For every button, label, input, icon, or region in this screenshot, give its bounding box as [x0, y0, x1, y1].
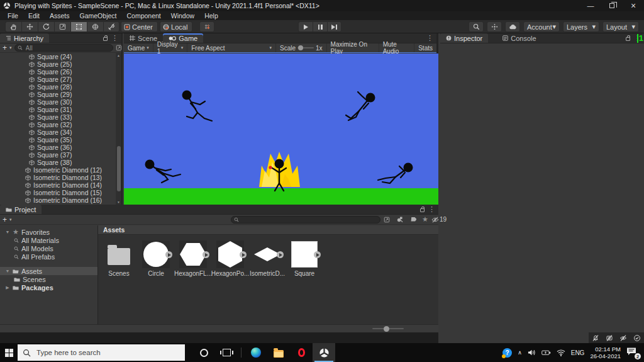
asset-tile-hexagon-flat[interactable]: HexagonFL... [179, 240, 208, 277]
hierarchy-search-input[interactable] [25, 44, 110, 52]
account-dropdown[interactable]: Account▾ [523, 21, 560, 32]
hierarchy-item[interactable]: Square (37) [0, 151, 116, 159]
aspect-ratio-dropdown[interactable]: Free Aspect▾ [187, 43, 276, 52]
expand-arrow-icon[interactable] [165, 251, 172, 258]
hierarchy-item[interactable]: Square (29) [0, 91, 116, 98]
expand-arrow-icon[interactable] [314, 251, 321, 258]
scroll-down-icon[interactable]: ▼ [116, 200, 121, 205]
menu-help[interactable]: Help [199, 11, 223, 20]
tray-expand-icon[interactable]: ∧ [518, 349, 522, 356]
restore-button[interactable] [601, 0, 623, 11]
tab-hierarchy[interactable]: Hierarchy [0, 33, 49, 43]
hierarchy-item[interactable]: Square (35) [0, 136, 116, 144]
hierarchy-scrollbar[interactable]: ▲ ▼ [116, 53, 121, 205]
taskbar-search[interactable] [18, 344, 185, 361]
asset-tile-scenes[interactable]: Scenes [104, 240, 133, 277]
space-toggle-button[interactable]: Local [160, 21, 192, 32]
step-button[interactable] [327, 21, 341, 32]
project-search[interactable] [231, 216, 380, 223]
game-display-mode-dropdown[interactable]: Game▾ [124, 43, 153, 52]
notification-center-button[interactable]: 2 [626, 347, 639, 358]
tree-assets[interactable]: ▼Assets [0, 267, 97, 275]
unity-taskbar-button[interactable] [313, 343, 335, 362]
taskbar-search-input[interactable] [35, 348, 180, 357]
hierarchy-item[interactable]: Square (38) [0, 159, 116, 166]
edge-button[interactable] [245, 343, 267, 362]
display-target-dropdown[interactable]: Display 1▾ [153, 43, 187, 52]
taskbar-clock[interactable]: 02:14 PM 26-04-2021 [590, 346, 621, 359]
battery-icon[interactable] [541, 349, 551, 356]
asset-tile-circle[interactable]: Circle [142, 240, 170, 277]
close-button[interactable]: × [623, 0, 644, 11]
menu-edit[interactable]: Edit [23, 11, 45, 20]
tab-inspector[interactable]: Inspector [440, 33, 488, 43]
lock-icon[interactable] [103, 37, 108, 41]
add-gameobject-button[interactable]: + [3, 45, 7, 51]
asset-tile-isometric-diamond[interactable]: IsometricD... [253, 240, 282, 277]
hierarchy-item[interactable]: Square (34) [0, 128, 116, 136]
start-button[interactable] [0, 343, 18, 362]
search-by-type-icon[interactable] [396, 216, 403, 223]
label-icon[interactable] [409, 216, 416, 223]
tree-scenes[interactable]: Scenes [0, 275, 97, 283]
kebab-menu-icon[interactable]: ⋮ [426, 34, 433, 42]
hand-tool-button[interactable] [5, 21, 21, 32]
move-tool-button[interactable] [21, 21, 38, 32]
task-view-button[interactable] [215, 343, 238, 362]
grid-snap-button[interactable] [199, 21, 214, 32]
tree-all-materials[interactable]: All Materials [0, 236, 97, 244]
hierarchy-item[interactable]: Square (26) [0, 68, 116, 76]
activity-button[interactable] [487, 21, 502, 32]
tree-packages[interactable]: ▶Packages [0, 283, 97, 291]
capture-off-icon[interactable] [606, 334, 613, 342]
layers-dropdown[interactable]: Layers▾ [563, 21, 599, 32]
pause-button[interactable] [313, 21, 327, 32]
transform-tool-button[interactable] [87, 21, 103, 32]
visibility-off-icon[interactable] [619, 334, 627, 342]
scale-tool-button[interactable] [54, 21, 70, 32]
hidden-count-toggle[interactable]: 19 [431, 216, 447, 223]
expand-arrow-icon[interactable] [277, 251, 284, 258]
scrollbar-thumb[interactable] [117, 146, 121, 191]
tree-all-prefabs[interactable]: All Prefabs [0, 252, 97, 261]
lock-icon[interactable] [420, 208, 425, 212]
maximize-on-play-toggle[interactable]: Maximize On Play [327, 43, 379, 52]
hierarchy-item[interactable]: Square (33) [0, 113, 116, 121]
tree-all-models[interactable]: All Models [0, 244, 97, 252]
hierarchy-item[interactable]: Isometric Diamond (14) [0, 181, 116, 189]
stats-toggle[interactable]: Stats [414, 43, 436, 52]
check-circle-icon[interactable] [633, 334, 641, 342]
game-viewport[interactable] [124, 54, 438, 205]
project-search-input[interactable] [241, 215, 377, 223]
hierarchy-item[interactable]: Square (27) [0, 76, 116, 83]
add-dropdown-arrow[interactable]: ▾ [9, 45, 12, 50]
minimize-button[interactable]: — [580, 0, 601, 11]
hierarchy-item[interactable]: Isometric Diamond (13) [0, 174, 116, 181]
favorites-star-icon[interactable]: ★ [422, 215, 428, 223]
add-asset-button[interactable]: + [3, 217, 7, 223]
menu-window[interactable]: Window [166, 11, 199, 20]
hierarchy-item[interactable]: Isometric Diamond (15) [0, 189, 116, 196]
picker-icon[interactable] [116, 45, 122, 51]
expand-arrow-icon[interactable] [240, 251, 247, 258]
hierarchy-item[interactable]: Square (36) [0, 144, 116, 151]
add-dropdown-arrow[interactable]: ▾ [9, 217, 12, 222]
scale-slider[interactable] [297, 47, 314, 48]
tree-favorites[interactable]: ▼★Favorites [0, 228, 97, 236]
custom-tool-button[interactable] [103, 21, 119, 32]
scale-slider-knob[interactable] [298, 45, 303, 50]
thumbnail-size-knob[interactable] [384, 326, 389, 332]
rotate-tool-button[interactable] [38, 21, 54, 32]
expand-arrow-icon[interactable] [203, 251, 209, 258]
hierarchy-item[interactable]: Square (32) [0, 121, 116, 128]
cloud-button[interactable] [505, 21, 520, 32]
kebab-menu-icon[interactable]: ⋮ [428, 205, 435, 213]
hierarchy-item[interactable]: Square (31) [0, 106, 116, 113]
asset-tile-square[interactable]: Square [290, 240, 319, 277]
layout-dropdown[interactable]: Layout▾ [602, 21, 639, 32]
hierarchy-item[interactable]: Square (24) [0, 53, 116, 60]
hierarchy-item[interactable]: Square (25) [0, 60, 116, 68]
wifi-icon[interactable] [557, 349, 565, 356]
foldout-closed-icon[interactable]: ▶ [5, 285, 10, 290]
lock-icon[interactable] [626, 37, 630, 41]
